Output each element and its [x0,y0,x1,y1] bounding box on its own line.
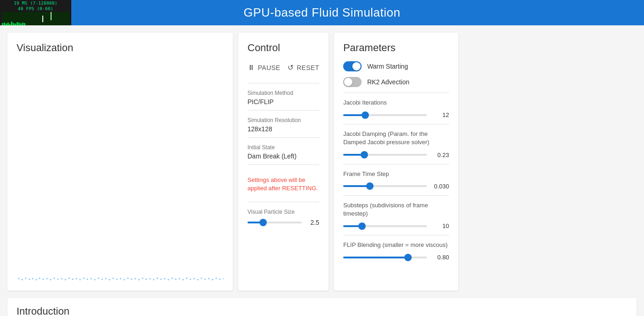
svg-point-48 [194,278,195,280]
jacobi-damping-title: Jacobi Damping (Param. for the Damped Ja… [343,130,449,146]
jacobi-damping-slider[interactable] [343,154,427,156]
reset-notice-text: Settings above will be applied after RES… [247,171,319,197]
svg-point-20 [91,278,92,280]
svg-point-17 [80,279,81,281]
jacobi-iterations-slider[interactable] [343,114,427,116]
jacobi-iterations-title: Jacobi Iterations [343,99,449,107]
viz-canvas [17,61,224,281]
svg-point-12 [61,278,63,280]
svg-point-50 [201,278,202,279]
flip-blending-value: 0.80 [431,254,449,261]
rk2-advection-toggle[interactable] [343,77,362,87]
substeps-group: Substeps (subdivisions of frame timestep… [343,195,449,235]
svg-point-56 [223,278,224,280]
svg-point-30 [127,278,129,279]
flip-blending-title: FLIP Blending (smaller = more viscous) [343,241,449,249]
flip-blending-group: FLIP Blending (smaller = more viscous) 0… [343,235,449,266]
svg-point-10 [54,278,55,279]
frame-timestep-value: 0.030 [431,183,449,190]
svg-point-15 [72,279,74,280]
perf-monitor: 19 MS (7-128008) 40 FPS (0-60) [0,0,71,25]
flip-blending-slider[interactable] [343,257,427,258]
svg-point-5 [36,279,37,281]
svg-point-21 [94,279,96,281]
svg-point-0 [18,278,20,280]
svg-point-19 [87,279,88,280]
svg-point-24 [105,278,107,280]
sim-method-value: PIC/FLIP [247,98,319,105]
pause-button[interactable]: ⏸ PAUSE [247,61,280,74]
svg-point-37 [153,279,155,281]
svg-point-27 [116,279,118,280]
particle-size-slider[interactable] [247,222,302,223]
frame-timestep-title: Frame Time Step [343,170,449,178]
app-title: GPU-based Fluid Simulation [243,6,400,19]
parameters-panel: Parameters Warm Starting RK2 Advection [334,33,458,291]
svg-point-44 [179,278,180,280]
rk2-advection-row: RK2 Advection [343,77,449,87]
initial-state-label: Initial State [247,144,319,151]
initial-state-section: Initial State Dam Break (Left) [247,137,319,164]
substeps-slider-row: 10 [343,222,449,229]
reset-icon: ↺ [288,63,294,72]
control-panel: Control ⏸ PAUSE ↺ RESET Simulation Metho… [238,33,328,291]
warm-starting-toggle[interactable] [343,61,362,71]
frame-timestep-group: Frame Time Step 0.030 [343,164,449,195]
svg-point-45 [183,279,184,281]
svg-point-23 [102,279,103,280]
pause-icon: ⏸ [247,64,255,72]
svg-point-33 [138,279,140,281]
substeps-slider[interactable] [343,225,427,227]
svg-point-18 [83,278,85,279]
intro-title: Introduction [17,305,627,316]
svg-point-29 [124,279,125,281]
particle-size-value: 2.5 [305,219,319,226]
svg-point-41 [168,279,169,281]
svg-point-53 [212,279,213,281]
params-title: Parameters [343,42,449,54]
app-header: 19 MS (7-128008) 40 FPS (0-60) GPU-b [0,0,644,25]
svg-point-51 [205,279,206,280]
jacobi-iterations-group: Jacobi Iterations 12 [343,93,449,124]
jacobi-iterations-value: 12 [431,111,449,118]
warm-starting-slider [343,61,362,71]
substeps-value: 10 [431,222,449,229]
perf-label: 19 MS (7-128008) [2,1,69,6]
svg-point-26 [113,278,114,279]
svg-point-25 [109,279,110,281]
perf-bars [2,12,69,25]
sim-resolution-label: Simulation Resolution [247,117,319,123]
svg-point-13 [65,279,66,281]
introduction-section: Introduction [7,298,637,316]
control-buttons: ⏸ PAUSE ↺ RESET [247,61,319,74]
svg-point-7 [43,279,44,280]
perf-cursor-line2 [51,12,52,20]
svg-point-32 [135,278,136,280]
fps-label: 40 FPS (0-60) [2,6,69,11]
svg-point-4 [32,278,34,280]
svg-point-55 [219,279,221,280]
jacobi-iterations-slider-row: 12 [343,111,449,118]
svg-point-46 [186,278,188,279]
perf-graph [2,12,69,25]
svg-point-47 [190,279,191,280]
svg-point-40 [164,278,166,280]
jacobi-damping-value: 0.23 [431,152,449,158]
flip-blending-slider-row: 0.80 [343,254,449,261]
svg-point-16 [76,278,77,280]
pause-label: PAUSE [258,64,281,71]
svg-point-43 [175,279,177,280]
svg-point-35 [146,279,147,280]
jacobi-damping-slider-row: 0.23 [343,152,449,158]
reset-button[interactable]: ↺ RESET [288,61,319,74]
svg-point-3 [29,279,30,280]
sim-method-section: Simulation Method PIC/FLIP [247,83,319,110]
svg-point-11 [58,279,59,280]
svg-point-2 [25,278,27,279]
particle-size-section: Visual Particle Size 2.5 [247,202,319,231]
svg-point-6 [39,278,40,279]
frame-timestep-slider[interactable] [343,185,427,187]
particle-size-slider-row: 2.5 [247,219,319,226]
warm-starting-label: Warm Starting [367,63,408,70]
svg-point-31 [131,279,132,280]
